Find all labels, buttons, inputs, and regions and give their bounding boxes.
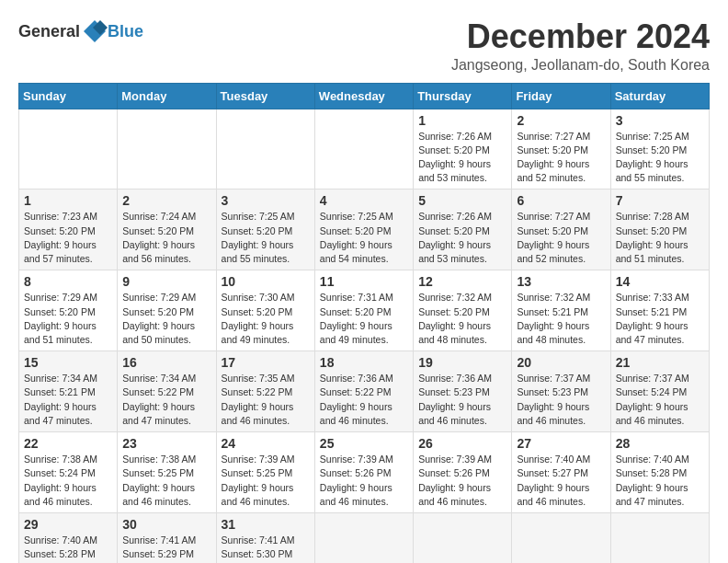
day-number: 5 (418, 193, 506, 208)
day-info: Sunrise: 7:34 AMSunset: 5:21 PMDaylight:… (24, 372, 112, 428)
day-info: Sunrise: 7:32 AMSunset: 5:20 PMDaylight:… (418, 291, 506, 347)
week-row-4: 22Sunrise: 7:38 AMSunset: 5:24 PMDayligh… (19, 432, 710, 513)
day-cell (118, 109, 216, 190)
day-info: Sunrise: 7:41 AMSunset: 5:30 PMDaylight:… (222, 534, 310, 563)
day-info: Sunrise: 7:29 AMSunset: 5:20 PMDaylight:… (122, 291, 210, 347)
day-number: 2 (122, 193, 210, 208)
calendar-subtitle: Jangseong, Jeollanam-do, South Korea (451, 57, 710, 74)
day-number: 25 (320, 436, 408, 451)
day-number: 3 (616, 113, 704, 128)
calendar-table: SundayMondayTuesdayWednesdayThursdayFrid… (18, 83, 710, 563)
day-cell: 18Sunrise: 7:36 AMSunset: 5:22 PMDayligh… (314, 351, 413, 432)
day-info: Sunrise: 7:36 AMSunset: 5:23 PMDaylight:… (418, 372, 506, 428)
day-cell (314, 512, 413, 563)
header-row: SundayMondayTuesdayWednesdayThursdayFrid… (19, 83, 710, 109)
day-number: 29 (24, 517, 112, 532)
header: General Blue December 2024 Jangseong, Je… (18, 18, 710, 74)
day-number: 24 (222, 436, 310, 451)
day-number: 16 (122, 355, 210, 370)
day-info: Sunrise: 7:39 AMSunset: 5:26 PMDaylight:… (418, 453, 506, 509)
day-cell: 30Sunrise: 7:41 AMSunset: 5:29 PMDayligh… (118, 512, 216, 563)
logo-blue: Blue (108, 22, 143, 41)
logo-general: General (18, 22, 80, 41)
day-cell: 12Sunrise: 7:32 AMSunset: 5:20 PMDayligh… (414, 270, 512, 351)
day-cell: 19Sunrise: 7:36 AMSunset: 5:23 PMDayligh… (414, 351, 512, 432)
day-info: Sunrise: 7:25 AMSunset: 5:20 PMDaylight:… (222, 210, 310, 266)
day-number: 19 (418, 355, 506, 370)
day-info: Sunrise: 7:37 AMSunset: 5:24 PMDaylight:… (616, 372, 704, 428)
day-cell: 7Sunrise: 7:28 AMSunset: 5:20 PMDaylight… (610, 190, 709, 270)
day-cell (414, 512, 512, 563)
day-cell: 25Sunrise: 7:39 AMSunset: 5:26 PMDayligh… (314, 432, 413, 513)
logo-icon (82, 18, 108, 44)
day-info: Sunrise: 7:38 AMSunset: 5:25 PMDaylight:… (122, 453, 210, 509)
day-cell: 21Sunrise: 7:37 AMSunset: 5:24 PMDayligh… (610, 351, 709, 432)
day-number: 22 (24, 436, 112, 451)
day-cell: 24Sunrise: 7:39 AMSunset: 5:25 PMDayligh… (216, 432, 314, 513)
week-row-0: 1Sunrise: 7:26 AMSunset: 5:20 PMDaylight… (19, 109, 710, 190)
day-number: 1 (418, 113, 506, 128)
day-info: Sunrise: 7:32 AMSunset: 5:21 PMDaylight:… (517, 291, 605, 347)
day-cell (610, 512, 709, 563)
day-cell: 15Sunrise: 7:34 AMSunset: 5:21 PMDayligh… (19, 351, 118, 432)
day-cell: 13Sunrise: 7:32 AMSunset: 5:21 PMDayligh… (512, 270, 610, 351)
day-info: Sunrise: 7:35 AMSunset: 5:22 PMDaylight:… (222, 372, 310, 428)
day-cell: 17Sunrise: 7:35 AMSunset: 5:22 PMDayligh… (216, 351, 314, 432)
day-number: 17 (222, 355, 310, 370)
day-info: Sunrise: 7:24 AMSunset: 5:20 PMDaylight:… (122, 210, 210, 266)
day-number: 7 (616, 193, 704, 208)
day-cell: 3Sunrise: 7:25 AMSunset: 5:20 PMDaylight… (610, 109, 709, 190)
day-number: 28 (616, 436, 704, 451)
day-number: 3 (222, 193, 310, 208)
day-number: 1 (24, 193, 112, 208)
day-number: 12 (418, 274, 506, 289)
day-number: 18 (320, 355, 408, 370)
day-info: Sunrise: 7:41 AMSunset: 5:29 PMDaylight:… (122, 534, 210, 563)
day-cell: 26Sunrise: 7:39 AMSunset: 5:26 PMDayligh… (414, 432, 512, 513)
day-info: Sunrise: 7:23 AMSunset: 5:20 PMDaylight:… (24, 210, 112, 266)
day-info: Sunrise: 7:39 AMSunset: 5:26 PMDaylight:… (320, 453, 408, 509)
day-cell: 2Sunrise: 7:27 AMSunset: 5:20 PMDaylight… (512, 109, 610, 190)
calendar-container: General Blue December 2024 Jangseong, Je… (18, 18, 710, 563)
header-cell-saturday: Saturday (610, 83, 709, 109)
day-cell: 20Sunrise: 7:37 AMSunset: 5:23 PMDayligh… (512, 351, 610, 432)
day-info: Sunrise: 7:36 AMSunset: 5:22 PMDaylight:… (320, 372, 408, 428)
week-row-5: 29Sunrise: 7:40 AMSunset: 5:28 PMDayligh… (19, 512, 710, 563)
day-cell: 9Sunrise: 7:29 AMSunset: 5:20 PMDaylight… (118, 270, 216, 351)
day-info: Sunrise: 7:39 AMSunset: 5:25 PMDaylight:… (222, 453, 310, 509)
title-area: December 2024 Jangseong, Jeollanam-do, S… (451, 18, 710, 74)
day-cell: 22Sunrise: 7:38 AMSunset: 5:24 PMDayligh… (19, 432, 118, 513)
day-cell: 16Sunrise: 7:34 AMSunset: 5:22 PMDayligh… (118, 351, 216, 432)
day-info: Sunrise: 7:40 AMSunset: 5:28 PMDaylight:… (616, 453, 704, 509)
day-number: 8 (24, 274, 112, 289)
day-info: Sunrise: 7:40 AMSunset: 5:27 PMDaylight:… (517, 453, 605, 509)
header-cell-sunday: Sunday (19, 83, 118, 109)
day-number: 9 (122, 274, 210, 289)
day-cell: 28Sunrise: 7:40 AMSunset: 5:28 PMDayligh… (610, 432, 709, 513)
day-info: Sunrise: 7:26 AMSunset: 5:20 PMDaylight:… (418, 210, 506, 266)
day-info: Sunrise: 7:28 AMSunset: 5:20 PMDaylight:… (616, 210, 704, 266)
day-info: Sunrise: 7:31 AMSunset: 5:20 PMDaylight:… (320, 291, 408, 347)
day-info: Sunrise: 7:29 AMSunset: 5:20 PMDaylight:… (24, 291, 112, 347)
day-cell: 10Sunrise: 7:30 AMSunset: 5:20 PMDayligh… (216, 270, 314, 351)
day-number: 30 (122, 517, 210, 532)
day-cell: 11Sunrise: 7:31 AMSunset: 5:20 PMDayligh… (314, 270, 413, 351)
day-number: 6 (517, 193, 605, 208)
day-cell: 29Sunrise: 7:40 AMSunset: 5:28 PMDayligh… (19, 512, 118, 563)
day-cell: 3Sunrise: 7:25 AMSunset: 5:20 PMDaylight… (216, 190, 314, 270)
week-row-3: 15Sunrise: 7:34 AMSunset: 5:21 PMDayligh… (19, 351, 710, 432)
day-info: Sunrise: 7:34 AMSunset: 5:22 PMDaylight:… (122, 372, 210, 428)
day-cell (216, 109, 314, 190)
day-cell (314, 109, 413, 190)
header-cell-thursday: Thursday (414, 83, 512, 109)
day-cell: 14Sunrise: 7:33 AMSunset: 5:21 PMDayligh… (610, 270, 709, 351)
day-cell (19, 109, 118, 190)
day-cell: 23Sunrise: 7:38 AMSunset: 5:25 PMDayligh… (118, 432, 216, 513)
day-cell: 4Sunrise: 7:25 AMSunset: 5:20 PMDaylight… (314, 190, 413, 270)
day-number: 10 (222, 274, 310, 289)
day-number: 31 (222, 517, 310, 532)
day-number: 2 (517, 113, 605, 128)
day-info: Sunrise: 7:25 AMSunset: 5:20 PMDaylight:… (320, 210, 408, 266)
week-row-1: 1Sunrise: 7:23 AMSunset: 5:20 PMDaylight… (19, 190, 710, 270)
day-number: 15 (24, 355, 112, 370)
